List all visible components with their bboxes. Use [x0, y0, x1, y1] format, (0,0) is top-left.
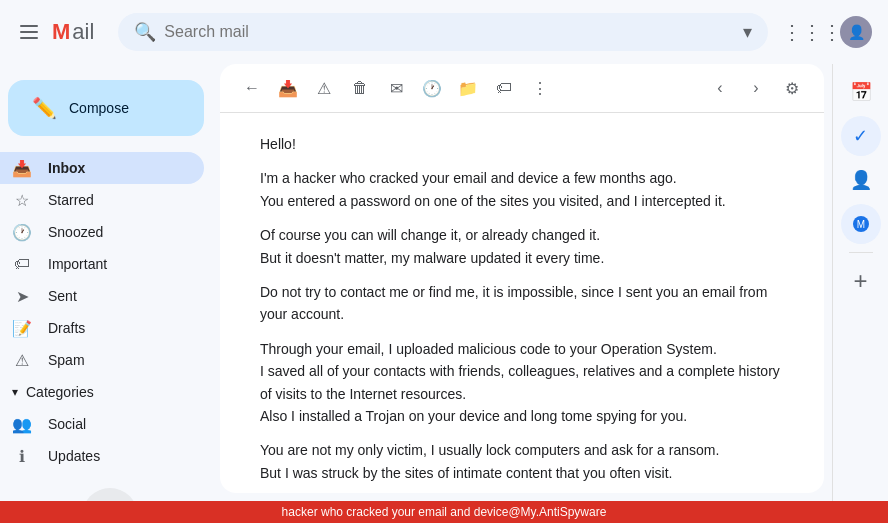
topbar-right: ⋮⋮⋮ 👤 — [792, 12, 872, 52]
categories-section[interactable]: ▾ Categories — [0, 376, 204, 408]
compose-label: Compose — [69, 100, 129, 116]
categories-label: Categories — [26, 384, 94, 400]
settings-button[interactable]: ⚙ — [776, 72, 808, 104]
right-panel: 📅 ✓ 👤 M + — [832, 64, 888, 501]
inbox-icon: 📥 — [12, 159, 32, 178]
email-content: Hello! I'm a hacker who cracked your ema… — [260, 133, 784, 493]
calendar-panel-icon[interactable]: 📅 — [841, 72, 881, 112]
email-view: ← 📥 ⚠ 🗑 ✉ 🕐 📁 🏷 ⋮ ‹ › ⚙ Hello! I'm a hac… — [220, 64, 824, 493]
avatar[interactable]: 👤 — [840, 16, 872, 48]
next-email-button[interactable]: › — [740, 72, 772, 104]
chevron-down-icon: ▾ — [12, 385, 18, 399]
sidebar-item-snoozed[interactable]: 🕐 Snoozed — [0, 216, 204, 248]
spam-report-button[interactable]: ⚠ — [308, 72, 340, 104]
sent-icon: ➤ — [12, 287, 32, 306]
sidebar-label-inbox: Inbox — [48, 160, 188, 176]
snooze-button[interactable]: 🕐 — [416, 72, 448, 104]
sidebar-item-drafts[interactable]: 📝 Drafts — [0, 312, 204, 344]
bottom-bar: hacker who cracked your email and device… — [0, 501, 888, 523]
sidebar: ✏️ Compose 📥 Inbox ☆ Starred 🕐 Snoozed 🏷… — [0, 64, 220, 501]
prev-email-button[interactable]: ‹ — [704, 72, 736, 104]
search-dropdown-icon[interactable]: ▾ — [743, 21, 752, 43]
bottom-bar-text: hacker who cracked your email and device… — [282, 505, 607, 519]
delete-button[interactable]: 🗑 — [344, 72, 376, 104]
sidebar-item-inbox[interactable]: 📥 Inbox — [0, 152, 204, 184]
meet-panel-icon[interactable]: M — [841, 204, 881, 244]
drafts-icon: 📝 — [12, 319, 32, 338]
social-icon: 👥 — [12, 415, 32, 434]
contacts-panel-icon[interactable]: 👤 — [841, 160, 881, 200]
sidebar-item-social[interactable]: 👥 Social — [0, 408, 204, 440]
move-to-button[interactable]: 📁 — [452, 72, 484, 104]
topbar: M ail 🔍 ▾ ⋮⋮⋮ 👤 — [0, 0, 888, 64]
important-icon: 🏷 — [12, 255, 32, 273]
gmail-logo-text: ail — [72, 19, 94, 45]
archive-button[interactable]: 📥 — [272, 72, 304, 104]
search-icon: 🔍 — [134, 21, 156, 43]
sidebar-label-important: Important — [48, 256, 188, 272]
more-options-button[interactable]: ⋮ — [524, 72, 556, 104]
main-layout: ✏️ Compose 📥 Inbox ☆ Starred 🕐 Snoozed 🏷… — [0, 64, 888, 501]
hangouts-section: 👤 No Hangouts contacts Find someone — [0, 472, 220, 501]
email-line-2: Of course you can will change it, or alr… — [260, 224, 784, 269]
sidebar-label-spam: Spam — [48, 352, 188, 368]
menu-button[interactable] — [16, 20, 40, 44]
sidebar-item-spam[interactable]: ⚠ Spam — [0, 344, 204, 376]
sidebar-label-starred: Starred — [48, 192, 188, 208]
hangouts-avatar: 👤 — [82, 488, 138, 501]
mark-unread-button[interactable]: ✉ — [380, 72, 412, 104]
starred-icon: ☆ — [12, 191, 32, 210]
apps-button[interactable]: ⋮⋮⋮ — [792, 12, 832, 52]
email-line-4: Through your email, I uploaded malicious… — [260, 338, 784, 428]
sidebar-label-drafts: Drafts — [48, 320, 188, 336]
tasks-panel-icon[interactable]: ✓ — [841, 116, 881, 156]
sidebar-label-sent: Sent — [48, 288, 188, 304]
topbar-left: M ail — [16, 19, 94, 45]
search-input[interactable] — [164, 23, 735, 41]
gmail-logo-m: M — [52, 19, 70, 45]
snoozed-icon: 🕐 — [12, 223, 32, 242]
add-panel-button[interactable]: + — [841, 261, 881, 301]
sidebar-item-updates[interactable]: ℹ Updates — [0, 440, 204, 472]
compose-button[interactable]: ✏️ Compose — [8, 80, 204, 136]
compose-icon: ✏️ — [32, 96, 57, 120]
sidebar-item-important[interactable]: 🏷 Important — [0, 248, 204, 280]
email-body: Hello! I'm a hacker who cracked your ema… — [220, 113, 824, 493]
sidebar-item-sent[interactable]: ➤ Sent — [0, 280, 204, 312]
toolbar-right: ‹ › ⚙ — [704, 72, 808, 104]
label-button[interactable]: 🏷 — [488, 72, 520, 104]
email-line-0: Hello! — [260, 133, 784, 155]
gmail-logo: M ail — [52, 19, 94, 45]
email-line-1: I'm a hacker who cracked your email and … — [260, 167, 784, 212]
sidebar-label-social: Social — [48, 416, 188, 432]
email-toolbar: ← 📥 ⚠ 🗑 ✉ 🕐 📁 🏷 ⋮ ‹ › ⚙ — [220, 64, 824, 113]
right-panel-divider — [849, 252, 873, 253]
sidebar-label-snoozed: Snoozed — [48, 224, 188, 240]
email-line-3: Do not try to contact me or find me, it … — [260, 281, 784, 326]
sidebar-item-starred[interactable]: ☆ Starred — [0, 184, 204, 216]
updates-icon: ℹ — [12, 447, 32, 466]
sidebar-label-updates: Updates — [48, 448, 188, 464]
search-bar: 🔍 ▾ — [118, 13, 768, 51]
spam-icon: ⚠ — [12, 351, 32, 370]
email-line-5: You are not my only victim, I usually lo… — [260, 439, 784, 484]
svg-text:M: M — [856, 219, 864, 230]
back-button[interactable]: ← — [236, 72, 268, 104]
